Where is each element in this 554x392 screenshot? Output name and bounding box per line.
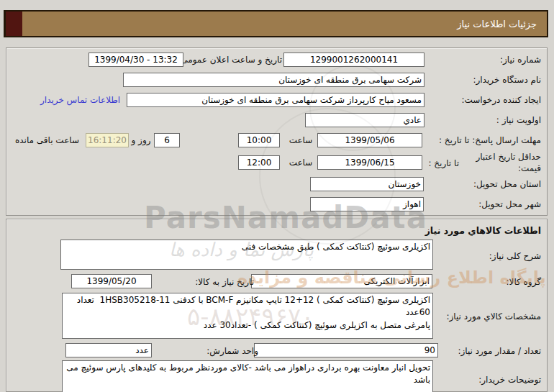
price-validity-time-field[interactable] [238,155,280,170]
announce-datetime-label: تاریخ و ساعت اعلان عمومی: [184,55,282,65]
countdown-timer: 16:11:20 [86,133,129,147]
validity-hour-label: ساعت [287,158,314,168]
goods-specs-label: مشخصات کالاي مورد نیاز: [446,311,541,322]
reply-deadline-date-field[interactable] [317,133,422,147]
delivery-province-label: استان محل تحویل: [473,179,541,189]
goods-need-date-field[interactable] [71,274,152,288]
quantity-label: تعداد / مقدار مورد نیاز: [458,346,541,356]
announce-datetime-field[interactable] [88,53,183,67]
delivery-city-label: شهر محل تحویل: [478,199,541,209]
buyer-org-field[interactable] [123,73,424,87]
hours-remaining-label: ساعت باقی مانده [15,135,84,145]
quantity-field[interactable] [254,343,438,357]
goods-info-panel: اطلاعات کالاهاي مورد نیاز شرح کلی نیاز: … [6,219,548,392]
page-title: جزئیات اطلاعات نیاز [457,19,537,29]
days-remaining-field[interactable] [154,133,180,147]
count-unit-field[interactable] [65,343,152,357]
goods-specs-textarea[interactable]: اکزیلری سوئیچ (کنتاکت کمکی ) 12+12 تایپ … [62,293,433,339]
goods-section-title: اطلاعات کالاهاي مورد نیاز [425,225,541,236]
buyer-org-label: نام دستگاه خریدار: [473,75,542,85]
buyer-notes-textarea[interactable]: تحویل انبار معاونت بهره برداری دراهواز م… [62,360,433,392]
request-creator-label: ایجاد کننده درخواست: [461,95,541,105]
title-bar: جزئیات اطلاعات نیاز [4,10,548,37]
price-validity-label: حداقل تاریخ اعتبار قیمت: [463,152,541,174]
until-date-label: تا تاریخ : [428,158,459,168]
need-number-label: شماره نیاز: [500,55,541,65]
price-validity-date-field[interactable] [317,155,422,170]
priority-field[interactable] [305,113,424,127]
need-description-label: شرح کلی نیاز: [489,251,541,261]
goods-group-field[interactable] [251,274,432,288]
buyer-notes-label: توضیحات خریدار: [478,375,541,385]
buyer-contact-link[interactable]: اطلاعات تماس خریدار [40,95,120,105]
goods-group-label: گروه کالا: [507,277,542,287]
goods-need-date-label: تاریخ نیاز به کالا: [182,277,254,287]
need-description-textarea[interactable]: اکزیلری سوئیچ (کنتاکت کمکی ) طبق مشخصات … [60,240,433,270]
request-creator-field[interactable] [127,93,424,107]
delivery-province-field[interactable] [310,177,424,191]
reply-deadline-label: مهلت ارسال پاسخ: تا تاریخ : [439,135,541,145]
delivery-city-field[interactable] [310,197,424,211]
days-and-label: روز و [130,135,153,145]
reply-deadline-time-field[interactable] [238,133,280,147]
need-number-field[interactable] [283,53,424,67]
logo-fragment [5,12,22,36]
deadline-hour-label: ساعت [287,135,314,145]
count-unit-label: واحد شمارش: [199,346,258,356]
need-details-page: { "page": { "title_bar": "جزئیات اطلاعات… [0,0,554,392]
need-info-panel: شماره نیاز: تاریخ و ساعت اعلان عمومی: نا… [6,47,548,216]
priority-label: اولویت نیاز : [496,115,541,125]
